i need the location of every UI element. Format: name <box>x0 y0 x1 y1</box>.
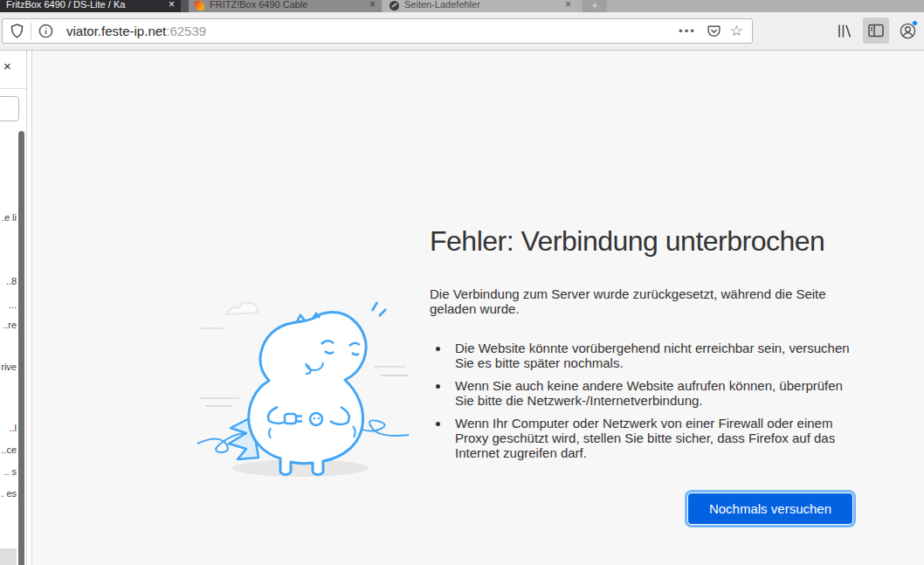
error-suggestion: Wenn Sie auch keine andere Website aufru… <box>450 378 852 408</box>
sidebar-item[interactable]: ... <box>0 300 17 310</box>
error-suggestion-list: Die Website könnte vorübergehend nicht e… <box>430 341 852 460</box>
url-host: viator.feste-ip.net <box>66 24 166 38</box>
history-sidebar: × e li. 8.. ... re.. rive l.. ce.. s .. … <box>0 51 26 565</box>
tab-title: FritzBox 6490 / DS-Lite / Ka <box>6 0 162 12</box>
page-error-favicon-icon <box>390 1 399 10</box>
sidebar-item[interactable]: re.. <box>0 320 17 330</box>
tab-title: Seiten-Ladefehler <box>404 0 558 12</box>
tab-fritzbox-cable[interactable]: FRITZ!Box 6490 Cable × <box>189 0 382 12</box>
sidebar-item[interactable]: ce.. <box>0 444 17 455</box>
tab-separator <box>181 0 189 12</box>
sidebar-header-divider <box>0 88 26 89</box>
retry-button[interactable]: Nochmals versuchen <box>688 493 852 524</box>
account-notification-dot <box>912 20 918 26</box>
sidebar-item[interactable]: l.. <box>0 423 17 433</box>
tab-fritzbox-dslite[interactable]: FritzBox 6490 / DS-Lite / Ka × <box>0 0 181 12</box>
tab-close-icon[interactable]: × <box>169 0 175 12</box>
disconnected-dino-illustration <box>194 286 412 487</box>
sidebar-close-icon[interactable]: × <box>3 60 11 72</box>
fritz-favicon-icon <box>195 1 204 10</box>
pocket-icon[interactable] <box>704 19 725 43</box>
sidebar-toggle-icon[interactable] <box>863 17 889 44</box>
sidebar-item[interactable]: rive <box>0 362 17 372</box>
new-tab-button[interactable]: + <box>583 0 607 12</box>
status-panel-fragment <box>0 548 17 565</box>
sidebar-item[interactable]: 8.. <box>0 276 17 286</box>
sidebar-scrollbar[interactable] <box>18 131 24 565</box>
error-title: Fehler: Verbindung unterbrochen <box>430 225 852 258</box>
site-info-icon[interactable] <box>31 19 59 43</box>
sidebar-item[interactable]: es . <box>0 488 17 499</box>
library-icon[interactable] <box>831 17 858 44</box>
sidebar-search-input[interactable] <box>0 96 19 121</box>
sidebar-item[interactable]: s .. <box>0 466 17 477</box>
error-suggestion: Die Website könnte vorübergehend nicht e… <box>450 341 852 370</box>
tab-page-load-error[interactable]: Seiten-Ladefehler × <box>383 0 577 12</box>
page-actions-icon[interactable]: ••• <box>671 24 704 38</box>
navigation-toolbar: viator.feste-ip.net:62539 ••• ☆ <box>0 12 924 51</box>
tab-title: FRITZ!Box 6490 Cable <box>210 0 362 12</box>
url-port: :62539 <box>166 24 206 38</box>
account-icon[interactable] <box>894 17 921 44</box>
tab-bar-empty-space <box>607 0 924 12</box>
tab-close-icon[interactable]: × <box>565 0 571 12</box>
error-actions: Nochmals versuchen <box>430 493 852 524</box>
tracking-protection-shield-icon[interactable] <box>3 19 31 43</box>
browser-content: × e li. 8.. ... re.. rive l.. ce.. s .. … <box>0 51 924 565</box>
sidebar-item[interactable]: e li. <box>0 212 17 223</box>
error-page: Fehler: Verbindung unterbrochen Die Verb… <box>32 51 924 565</box>
sidebar-splitter[interactable] <box>26 51 32 565</box>
toolbar-right-buttons <box>831 17 921 45</box>
bookmark-star-icon[interactable]: ☆ <box>725 19 752 43</box>
tab-close-icon[interactable]: × <box>369 0 376 12</box>
error-suggestion: Wenn Ihr Computer oder Netzwerk von eine… <box>450 416 852 460</box>
error-description: Die Verbindung zum Server wurde zurückge… <box>430 286 852 316</box>
url-bar[interactable]: viator.feste-ip.net:62539 ••• ☆ <box>2 18 753 44</box>
error-text-column: Fehler: Verbindung unterbrochen Die Verb… <box>430 51 852 524</box>
tab-bar: FritzBox 6490 / DS-Lite / Ka × FRITZ!Box… <box>0 0 924 12</box>
